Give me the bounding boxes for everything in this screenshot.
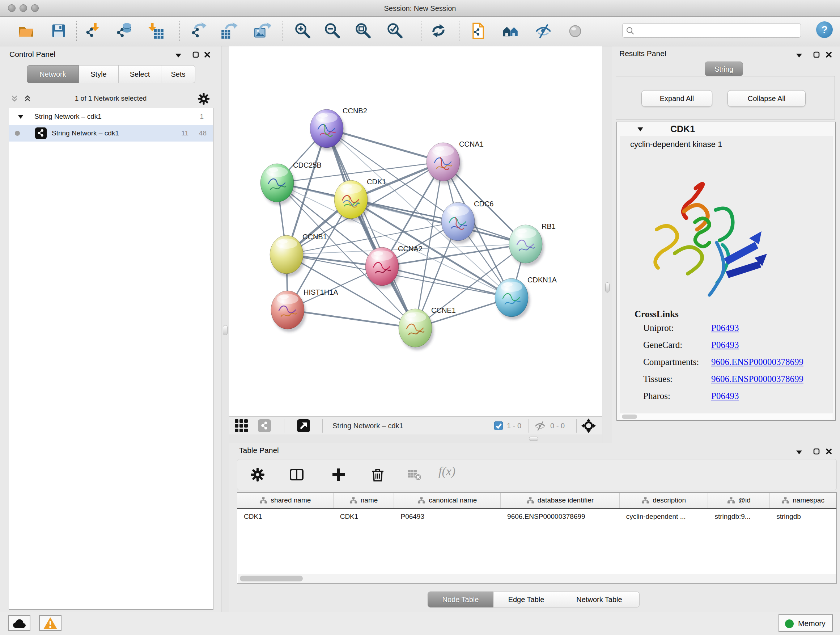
network-row-selected[interactable]: String Network – cdk1 11 48 — [9, 125, 213, 141]
tab-string[interactable]: String — [705, 62, 743, 76]
export-image-button[interactable] — [254, 22, 271, 40]
network-node-CCNA1[interactable]: CCNA1 — [426, 140, 484, 184]
grid-view-icon[interactable] — [235, 419, 248, 432]
network-node-HIST1H1A[interactable]: HIST1H1A — [271, 288, 338, 332]
help-button[interactable]: ? — [816, 21, 833, 38]
splitter-handle[interactable] — [529, 437, 538, 441]
tab-select[interactable]: Select — [118, 65, 161, 83]
scrollbar-handle[interactable] — [240, 576, 303, 581]
panel-float-icon[interactable] — [813, 448, 820, 455]
crosslink-value-link[interactable]: P06493 — [711, 391, 739, 401]
table-cell[interactable]: cyclin-dependent ... — [620, 513, 708, 521]
open-session-button[interactable] — [17, 22, 35, 40]
table-row[interactable]: CDK1CDK1P064939606.ENSP00000378699cyclin… — [237, 509, 836, 524]
network-edge[interactable] — [382, 266, 512, 298]
table-cell[interactable]: CDK1 — [333, 513, 394, 521]
collapse-all-button[interactable]: Collapse All — [728, 90, 806, 107]
table-cell[interactable]: stringdb — [770, 513, 836, 521]
show-hidden-button[interactable] — [567, 22, 584, 40]
panel-close-icon[interactable] — [204, 51, 210, 58]
table-header-row[interactable]: shared namenamecanonical namedatabase id… — [237, 493, 836, 509]
network-node-CDKN1A[interactable]: CDKN1A — [495, 276, 557, 320]
crosslink-value-link[interactable]: 9606.ENSP00000378699 — [711, 374, 804, 384]
network-overview-button[interactable] — [502, 22, 519, 40]
zoom-out-button[interactable] — [324, 22, 341, 40]
table-settings-gear-icon[interactable] — [250, 467, 265, 482]
panel-close-icon[interactable] — [826, 448, 832, 455]
tab-style[interactable]: Style — [79, 65, 118, 83]
crosslink-value-link[interactable]: P06493 — [711, 340, 739, 350]
horizontal-splitter[interactable] — [229, 434, 602, 443]
vertical-splitter[interactable] — [602, 46, 612, 443]
network-options-gear-icon[interactable] — [197, 93, 210, 105]
results-scrollbar[interactable] — [620, 414, 832, 420]
import-network-from-database-button[interactable] — [115, 22, 133, 40]
control-panel-splitter[interactable] — [222, 46, 229, 612]
panel-close-icon[interactable] — [826, 51, 832, 58]
column-header-name[interactable]: name — [333, 493, 394, 508]
network-node-CDC6[interactable]: CDC6 — [441, 200, 493, 244]
table-scrollbar[interactable] — [238, 574, 836, 583]
crosslink-value-link[interactable]: 9606.ENSP00000378699 — [711, 357, 804, 367]
panel-collapse-icon[interactable] — [175, 53, 182, 59]
column-header-shared-name[interactable]: shared name — [237, 493, 333, 508]
tree-expander-icon[interactable] — [18, 115, 24, 119]
warnings-button[interactable] — [39, 615, 62, 631]
tab-node-table[interactable]: Node Table — [428, 592, 493, 608]
network-view-canvas[interactable]: CCNB2CCNA1CDC25BCDK1CDC6RB1CCNB1CCNA2CDK… — [229, 46, 602, 416]
tab-network[interactable]: Network — [27, 65, 79, 83]
column-header-namespac[interactable]: namespac — [770, 493, 836, 508]
panel-collapse-icon[interactable] — [796, 450, 802, 456]
table-cell[interactable]: stringdb:9... — [708, 513, 770, 521]
table-cell[interactable]: P06493 — [394, 513, 501, 521]
zoom-selected-button[interactable] — [386, 22, 404, 40]
apply-layout-button[interactable] — [430, 22, 447, 40]
tab-edge-table[interactable]: Edge Table — [493, 592, 559, 608]
export-table-button[interactable] — [221, 22, 238, 40]
scrollbar-handle[interactable] — [622, 415, 637, 419]
selected-checkbox-icon[interactable] — [494, 421, 503, 430]
network-node-CCNB2[interactable]: CCNB2 — [310, 107, 367, 150]
network-node-CCNE1[interactable]: CCNE1 — [399, 306, 456, 350]
network-node-CCNB1[interactable]: CCNB1 — [270, 233, 327, 277]
search-box[interactable] — [622, 23, 801, 38]
memory-button[interactable]: Memory — [778, 614, 833, 632]
open-in-new-window-icon[interactable] — [297, 419, 310, 432]
birdseye-view-icon[interactable] — [581, 418, 596, 433]
delete-column-trash-icon[interactable] — [370, 467, 385, 482]
splitter-handle[interactable] — [223, 325, 227, 335]
network-node-RB1[interactable]: RB1 — [509, 222, 556, 266]
show-columns-icon[interactable] — [289, 467, 304, 482]
panel-collapse-icon[interactable] — [796, 53, 802, 59]
column-header-description[interactable]: description — [620, 493, 708, 508]
column-header-canonical-name[interactable]: canonical name — [394, 493, 501, 508]
table-cell[interactable]: 9606.ENSP00000378699 — [501, 513, 620, 521]
tab-sets[interactable]: Sets — [161, 65, 195, 83]
network-share-view-icon[interactable] — [258, 419, 271, 432]
zoom-in-button[interactable] — [294, 22, 311, 40]
import-network-from-file-button[interactable] — [84, 22, 101, 40]
network-edge[interactable] — [287, 310, 415, 328]
tab-network-table[interactable]: Network Table — [559, 592, 639, 608]
section-expander-icon[interactable] — [637, 127, 644, 132]
table-cell[interactable]: CDK1 — [237, 513, 333, 521]
splitter-handle[interactable] — [605, 282, 609, 293]
zoom-fit-button[interactable] — [355, 22, 372, 40]
column-header-@id[interactable]: @id — [708, 493, 770, 508]
panel-float-icon[interactable] — [813, 51, 820, 58]
crosslink-value-link[interactable]: P06493 — [711, 323, 739, 333]
hide-selected-button[interactable] — [535, 22, 552, 40]
import-table-from-file-button[interactable] — [147, 22, 164, 40]
expand-all-button[interactable]: Expand All — [641, 90, 712, 107]
network-collection-row[interactable]: String Network – cdk1 1 — [9, 108, 213, 125]
panel-float-icon[interactable] — [193, 51, 199, 58]
column-header-database-identifier[interactable]: database identifier — [501, 493, 620, 508]
first-neighbors-button[interactable] — [470, 22, 487, 40]
search-input[interactable] — [636, 24, 798, 36]
network-node-CCNA2[interactable]: CCNA2 — [365, 245, 423, 288]
cloud-button[interactable] — [8, 615, 30, 631]
export-network-button[interactable] — [189, 22, 207, 40]
save-session-button[interactable] — [50, 22, 67, 40]
add-column-icon[interactable] — [332, 467, 346, 482]
network-edge[interactable] — [327, 128, 415, 328]
